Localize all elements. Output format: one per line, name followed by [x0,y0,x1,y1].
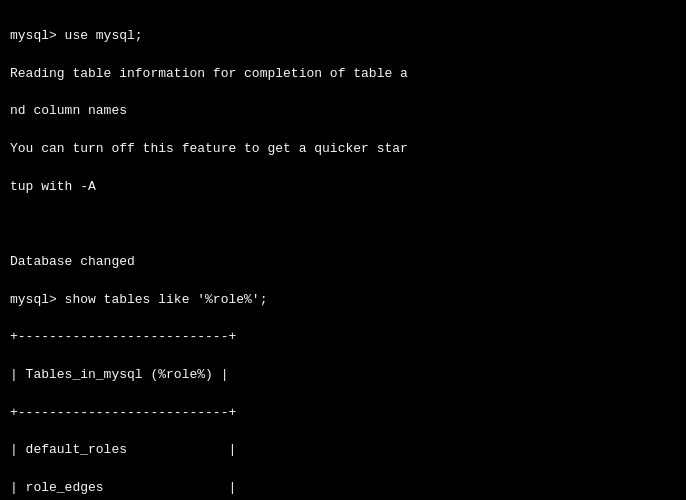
terminal-line-2: Reading table information for completion… [10,66,408,81]
terminal-line-11: +---------------------------+ [10,405,236,420]
terminal-line-8: mysql> show tables like '%role%'; [10,292,267,307]
terminal-line-4: You can turn off this feature to get a q… [10,141,408,156]
terminal-line-13: | role_edges | [10,480,236,495]
terminal-line-5: tup with -A [10,179,96,194]
terminal-line-12: | default_roles | [10,442,236,457]
terminal-line-9: +---------------------------+ [10,329,236,344]
terminal-line-3: nd column names [10,103,127,118]
terminal-line-1: mysql> use mysql; [10,28,143,43]
terminal-output: mysql> use mysql; Reading table informat… [10,8,676,500]
terminal-line-10: | Tables_in_mysql (%role%) | [10,367,228,382]
terminal-line-7: Database changed [10,254,135,269]
